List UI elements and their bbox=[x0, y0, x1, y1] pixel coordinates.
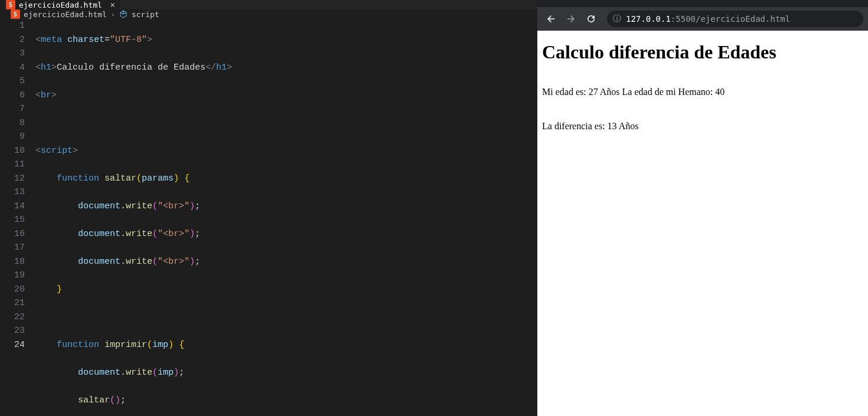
url-text: 127.0.0.1:5500/ejercicioEdad.html bbox=[626, 14, 790, 24]
arrow-left-icon bbox=[546, 14, 556, 24]
html-file-icon: 5 bbox=[6, 0, 15, 9]
output-line-2: La diferencia es: 13 Años bbox=[542, 120, 863, 133]
address-bar[interactable]: ⓘ 127.0.0.1:5500/ejercicioEdad.html bbox=[607, 11, 863, 27]
rendered-page: Calculo diferencia de Edades Mi edad es:… bbox=[537, 31, 868, 416]
reload-button[interactable] bbox=[582, 10, 600, 28]
code-area[interactable]: 1 2 3 4 5 6 7 8 9 10 11 12 13 14 15 16 1… bbox=[0, 19, 537, 416]
breadcrumb[interactable]: 5 ejercicioEdad.html › script bbox=[0, 9, 537, 19]
output-line-1: Mi edad es: 27 Años La edad de mi Hemano… bbox=[542, 86, 863, 99]
breadcrumb-symbol: script bbox=[132, 10, 159, 19]
browser-panel: ⓘ 127.0.0.1:5500/ejercicioEdad.html Calc… bbox=[537, 0, 868, 416]
code-content[interactable]: <meta charset="UTF-8"> <h1>Calculo difer… bbox=[35, 19, 537, 416]
chevron-right-icon: › bbox=[110, 10, 115, 19]
back-button[interactable] bbox=[542, 10, 560, 28]
arrow-right-icon bbox=[566, 14, 576, 24]
forward-button[interactable] bbox=[562, 10, 580, 28]
tab-filename: ejercicioEdad.html bbox=[19, 1, 102, 9]
line-gutter: 1 2 3 4 5 6 7 8 9 10 11 12 13 14 15 16 1… bbox=[0, 19, 35, 416]
browser-tab-strip[interactable] bbox=[537, 0, 868, 7]
page-heading: Calculo diferencia de Edades bbox=[542, 41, 863, 63]
close-icon[interactable]: × bbox=[110, 0, 115, 9]
site-info-icon[interactable]: ⓘ bbox=[613, 14, 621, 24]
symbol-icon bbox=[119, 9, 128, 19]
editor-tab-bar: 5 ejercicioEdad.html × bbox=[0, 0, 537, 9]
breadcrumb-file: ejercicioEdad.html bbox=[24, 10, 107, 19]
reload-icon bbox=[586, 14, 596, 24]
editor-tab-active[interactable]: 5 ejercicioEdad.html × bbox=[0, 0, 120, 9]
html-file-icon: 5 bbox=[11, 9, 20, 19]
code-editor-panel: 5 ejercicioEdad.html × 5 ejercicioEdad.h… bbox=[0, 0, 537, 416]
browser-toolbar: ⓘ 127.0.0.1:5500/ejercicioEdad.html bbox=[537, 7, 868, 31]
